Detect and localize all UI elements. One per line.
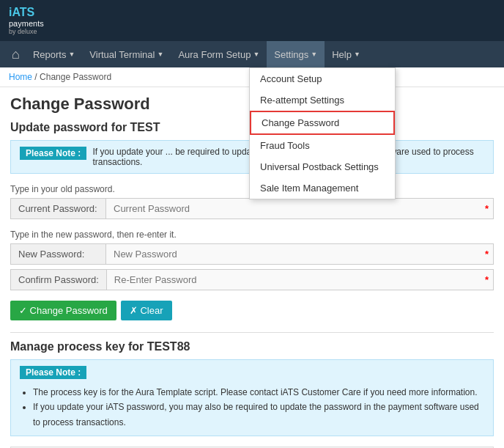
settings-dropdown: Account Setup Re-attempt Settings Change… bbox=[249, 67, 396, 199]
breadcrumb-separator: / bbox=[34, 72, 37, 82]
current-password-required: * bbox=[481, 199, 493, 219]
nav-virtual-terminal-label: Virtual Terminal bbox=[89, 49, 155, 60]
nav-virtual-terminal-caret: ▼ bbox=[157, 51, 163, 58]
manage-section-title: Manage process key for TEST88 bbox=[10, 340, 494, 353]
current-password-input[interactable] bbox=[106, 199, 481, 219]
section-divider bbox=[10, 332, 494, 333]
nav-help-label: Help bbox=[332, 49, 352, 60]
confirm-password-label: Confirm Password: bbox=[11, 270, 107, 290]
dropdown-sale-item-management[interactable]: Sale Item Management bbox=[250, 177, 395, 199]
nav-aura-form-setup-caret: ▼ bbox=[253, 51, 259, 58]
nav-home-button[interactable]: ⌂ bbox=[6, 47, 26, 62]
dropdown-fraud-tools[interactable]: Fraud Tools bbox=[250, 135, 395, 156]
breadcrumb-current: Change Password bbox=[40, 72, 111, 82]
nav-virtual-terminal[interactable]: Virtual Terminal ▼ bbox=[82, 41, 171, 67]
dropdown-re-attempt-settings[interactable]: Re-attempt Settings bbox=[250, 89, 395, 111]
new-password-hint: Type in the new password, then re-enter … bbox=[10, 229, 494, 240]
logo-bydeluxe: by deluxe bbox=[9, 28, 44, 35]
current-password-label: Current Password: bbox=[11, 199, 106, 219]
logo-payments: payments bbox=[9, 19, 44, 28]
confirm-password-required: * bbox=[481, 270, 493, 290]
manage-note-label: Please Note : bbox=[20, 366, 86, 379]
new-password-input[interactable] bbox=[106, 244, 481, 264]
navbar: ⌂ Reports ▼ Virtual Terminal ▼ Aura Form… bbox=[0, 41, 504, 67]
clear-button[interactable]: ✗ Clear bbox=[121, 301, 172, 320]
change-password-button[interactable]: ✓ Change Password bbox=[10, 301, 116, 320]
new-password-required: * bbox=[481, 244, 493, 264]
nav-settings-label: Settings bbox=[274, 49, 308, 60]
nav-settings[interactable]: Settings ▼ bbox=[267, 41, 325, 67]
dropdown-change-password[interactable]: Change Password bbox=[250, 111, 395, 135]
nav-reports-label: Reports bbox=[33, 49, 67, 60]
password-buttons: ✓ Change Password ✗ Clear bbox=[10, 301, 494, 320]
nav-aura-form-setup[interactable]: Aura Form Setup ▼ bbox=[171, 41, 267, 67]
nav-aura-form-setup-label: Aura Form Setup bbox=[178, 49, 251, 60]
current-password-row: Current Password: * bbox=[10, 198, 494, 219]
nav-reports-caret: ▼ bbox=[68, 51, 75, 58]
confirm-password-input[interactable] bbox=[107, 270, 481, 290]
nav-reports[interactable]: Reports ▼ bbox=[26, 41, 82, 67]
logo-iats: iATS bbox=[9, 6, 44, 19]
manage-note-list: The process key is for the Aura Template… bbox=[20, 385, 484, 430]
new-password-label: New Password: bbox=[11, 244, 106, 264]
nav-help[interactable]: Help ▼ bbox=[325, 41, 368, 67]
nav-help-caret: ▼ bbox=[354, 51, 360, 58]
update-note-label: Please Note : bbox=[20, 147, 86, 160]
dropdown-account-setup[interactable]: Account Setup bbox=[250, 68, 395, 89]
manage-note-item-2: If you update your iATS password, you ma… bbox=[33, 400, 484, 430]
logo: iATS payments by deluxe bbox=[9, 6, 44, 35]
breadcrumb-home[interactable]: Home bbox=[9, 72, 32, 82]
manage-note-item-1: The process key is for the Aura Template… bbox=[33, 385, 484, 400]
manage-note-box: Please Note : The process key is for the… bbox=[10, 359, 494, 436]
nav-settings-caret: ▼ bbox=[311, 51, 317, 58]
dropdown-universal-postback[interactable]: Universal Postback Settings bbox=[250, 156, 395, 177]
new-password-section: Type in the new password, then re-enter … bbox=[10, 229, 494, 290]
new-password-row: New Password: * bbox=[10, 243, 494, 265]
header: iATS payments by deluxe bbox=[0, 0, 504, 41]
confirm-password-row: Confirm Password: * bbox=[10, 269, 494, 290]
